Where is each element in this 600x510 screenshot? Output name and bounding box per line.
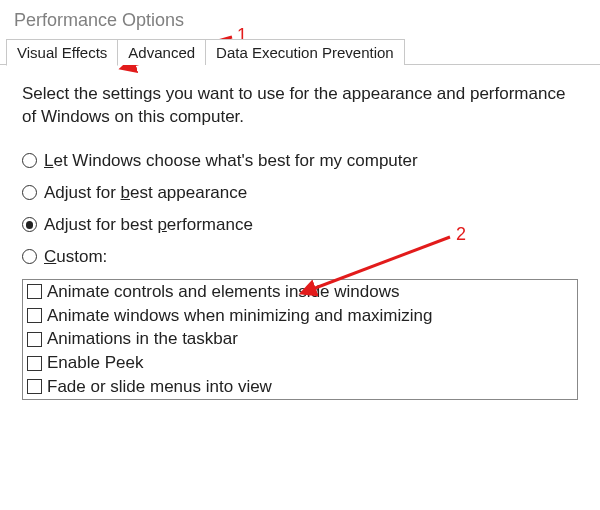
radio-icon [22,217,37,232]
description-text: Select the settings you want to use for … [22,83,578,129]
list-item-label: Animate windows when minimizing and maxi… [47,304,433,328]
radio-icon [22,249,37,264]
radio-let-windows-choose[interactable]: Let Windows choose what's best for my co… [22,151,578,171]
list-item[interactable]: Animate windows when minimizing and maxi… [23,304,577,328]
checkbox-icon[interactable] [27,356,42,371]
radio-label: Adjust for best performance [44,215,253,235]
list-item-label: Animate controls and elements inside win… [47,280,399,304]
tab-advanced[interactable]: Advanced [118,39,206,65]
radio-custom[interactable]: Custom: [22,247,578,267]
list-item[interactable]: Fade or slide menus into view [23,375,577,399]
list-item-label: Enable Peek [47,351,143,375]
list-item-label: Fade or slide menus into view [47,375,272,399]
radio-best-performance[interactable]: Adjust for best performance [22,215,578,235]
radio-label: Let Windows choose what's best for my co… [44,151,418,171]
radio-icon [22,185,37,200]
tab-strip: Visual Effects Advanced Data Execution P… [0,39,600,65]
tab-dep[interactable]: Data Execution Prevention [206,39,405,65]
tab-visual-effects[interactable]: Visual Effects [6,39,118,66]
checkbox-icon[interactable] [27,284,42,299]
radio-label: Adjust for best appearance [44,183,247,203]
performance-options-window: Performance Options Visual Effects Advan… [0,0,600,510]
radio-label: Custom: [44,247,107,267]
checkbox-icon[interactable] [27,308,42,323]
radio-best-appearance[interactable]: Adjust for best appearance [22,183,578,203]
list-item[interactable]: Animations in the taskbar [23,327,577,351]
window-title: Performance Options [0,0,600,39]
list-item[interactable]: Animate controls and elements inside win… [23,280,577,304]
list-item[interactable]: Enable Peek [23,351,577,375]
checkbox-icon[interactable] [27,332,42,347]
checkbox-icon[interactable] [27,379,42,394]
list-item-label: Animations in the taskbar [47,327,238,351]
tab-content: Select the settings you want to use for … [0,65,600,400]
radio-icon [22,153,37,168]
effects-list[interactable]: Animate controls and elements inside win… [22,279,578,400]
